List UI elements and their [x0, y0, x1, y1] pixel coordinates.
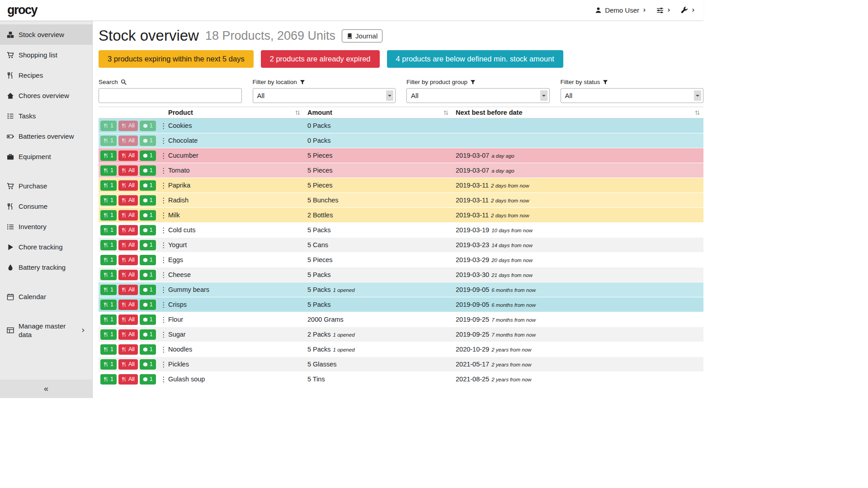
- grocy-logo[interactable]: grocy: [7, 3, 37, 17]
- sidebar-item-chores-overview[interactable]: Chores overview: [0, 85, 92, 106]
- search-input[interactable]: [99, 88, 242, 103]
- consume-all-button[interactable]: All: [118, 255, 138, 265]
- row-menu-button[interactable]: ⋮: [158, 136, 170, 145]
- row-menu-button[interactable]: ⋮: [158, 181, 170, 190]
- consume-all-button[interactable]: All: [118, 374, 138, 385]
- consume-all-button[interactable]: All: [118, 180, 138, 191]
- status-select[interactable]: All: [561, 88, 704, 103]
- consume-all-button[interactable]: All: [118, 136, 138, 146]
- row-menu-button[interactable]: ⋮: [158, 241, 170, 249]
- row-menu-button[interactable]: ⋮: [158, 151, 170, 160]
- consume-one-button[interactable]: 1: [100, 344, 117, 355]
- consume-all-button[interactable]: All: [118, 225, 138, 235]
- row-menu-button[interactable]: ⋮: [158, 256, 170, 264]
- consume-one-button[interactable]: 1: [100, 329, 117, 340]
- row-menu-button[interactable]: ⋮: [158, 196, 170, 205]
- sidebar-item-inventory[interactable]: Inventory: [0, 216, 92, 237]
- row-menu-button[interactable]: ⋮: [158, 271, 170, 279]
- consume-all-button[interactable]: All: [118, 121, 138, 131]
- consume-all-button[interactable]: All: [118, 270, 138, 280]
- consume-one-button[interactable]: 1: [100, 285, 117, 295]
- sidebar-item-tasks[interactable]: Tasks: [0, 106, 92, 126]
- sidebar-item-batteries-overview[interactable]: Batteries overview: [0, 126, 92, 146]
- sidebar-item-shopping-list[interactable]: Shopping list: [0, 45, 92, 65]
- location-select[interactable]: All: [253, 88, 396, 103]
- open-one-button[interactable]: 1: [140, 165, 156, 176]
- consume-one-button[interactable]: 1: [100, 195, 117, 206]
- consume-one-button[interactable]: 1: [100, 314, 117, 325]
- consume-all-button[interactable]: All: [118, 210, 138, 221]
- sidebar-item-equipment[interactable]: Equipment: [0, 146, 92, 167]
- sidebar-item-battery-tracking[interactable]: Battery tracking: [0, 257, 92, 277]
- row-menu-button[interactable]: ⋮: [158, 330, 170, 339]
- consume-all-button[interactable]: All: [118, 285, 138, 295]
- row-menu-button[interactable]: ⋮: [158, 211, 170, 220]
- admin-menu[interactable]: [681, 7, 695, 14]
- sidebar-item-calendar[interactable]: Calendar: [0, 286, 92, 307]
- row-menu-button[interactable]: ⋮: [158, 226, 170, 235]
- open-one-button[interactable]: 1: [140, 121, 156, 131]
- row-menu-button[interactable]: ⋮: [158, 300, 170, 309]
- expired-alert-button[interactable]: 2 products are already expired: [261, 50, 380, 68]
- open-one-button[interactable]: 1: [140, 329, 156, 340]
- row-menu-button[interactable]: ⋮: [158, 345, 170, 354]
- row-menu-button[interactable]: ⋮: [158, 166, 170, 175]
- open-one-button[interactable]: 1: [140, 300, 156, 310]
- row-menu-button[interactable]: ⋮: [158, 375, 170, 384]
- consume-all-button[interactable]: All: [118, 165, 138, 176]
- consume-all-button[interactable]: All: [118, 240, 138, 250]
- sidebar-item-consume[interactable]: Consume: [0, 196, 92, 216]
- user-menu[interactable]: Demo User: [595, 6, 646, 14]
- consume-all-button[interactable]: All: [118, 195, 138, 206]
- consume-all-button[interactable]: All: [118, 344, 138, 355]
- amount-column-header[interactable]: Amount: [304, 107, 452, 118]
- sidebar-item-chore-tracking[interactable]: Chore tracking: [0, 237, 92, 257]
- below-min-stock-alert-button[interactable]: 4 products are below defined min. stock …: [387, 50, 563, 68]
- open-one-button[interactable]: 1: [140, 314, 156, 325]
- consume-one-button[interactable]: 1: [100, 136, 117, 146]
- sidebar-collapse-button[interactable]: «: [0, 380, 92, 398]
- consume-one-button[interactable]: 1: [100, 255, 117, 265]
- consume-one-button[interactable]: 1: [100, 180, 117, 191]
- consume-one-button[interactable]: 1: [100, 165, 117, 176]
- open-one-button[interactable]: 1: [140, 374, 156, 385]
- consume-all-button[interactable]: All: [118, 359, 138, 370]
- consume-one-button[interactable]: 1: [100, 210, 117, 221]
- consume-one-button[interactable]: 1: [100, 374, 117, 385]
- row-menu-button[interactable]: ⋮: [158, 122, 170, 130]
- open-one-button[interactable]: 1: [140, 136, 156, 146]
- consume-one-button[interactable]: 1: [100, 359, 117, 370]
- consume-one-button[interactable]: 1: [100, 300, 117, 310]
- open-one-button[interactable]: 1: [140, 150, 156, 161]
- consume-one-button[interactable]: 1: [100, 121, 117, 131]
- row-menu-button[interactable]: ⋮: [158, 286, 170, 294]
- product-group-select[interactable]: All: [406, 88, 550, 103]
- open-one-button[interactable]: 1: [140, 285, 156, 295]
- open-one-button[interactable]: 1: [140, 270, 156, 280]
- open-one-button[interactable]: 1: [140, 180, 156, 191]
- open-one-button[interactable]: 1: [140, 210, 156, 221]
- sidebar-item-manage-master-data[interactable]: Manage master data: [0, 316, 92, 345]
- row-menu-button[interactable]: ⋮: [158, 360, 170, 369]
- sidebar-item-purchase[interactable]: Purchase: [0, 176, 92, 196]
- consume-one-button[interactable]: 1: [100, 225, 117, 235]
- open-one-button[interactable]: 1: [140, 344, 156, 355]
- consume-one-button[interactable]: 1: [100, 150, 117, 161]
- consume-one-button[interactable]: 1: [100, 240, 117, 250]
- sidebar-item-recipes[interactable]: Recipes: [0, 65, 92, 85]
- journal-button[interactable]: Journal: [342, 29, 382, 42]
- consume-all-button[interactable]: All: [118, 314, 138, 325]
- consume-all-button[interactable]: All: [118, 329, 138, 340]
- consume-all-button[interactable]: All: [118, 300, 138, 310]
- open-one-button[interactable]: 1: [140, 225, 156, 235]
- open-one-button[interactable]: 1: [140, 195, 156, 206]
- open-one-button[interactable]: 1: [140, 359, 156, 370]
- row-menu-button[interactable]: ⋮: [158, 315, 170, 324]
- expiring-alert-button[interactable]: 3 products expiring within the next 5 da…: [99, 50, 254, 68]
- open-one-button[interactable]: 1: [140, 240, 156, 250]
- open-one-button[interactable]: 1: [140, 255, 156, 265]
- consume-one-button[interactable]: 1: [100, 270, 117, 280]
- product-column-header[interactable]: Product: [165, 107, 304, 118]
- settings-menu[interactable]: [656, 7, 671, 14]
- sidebar-item-stock-overview[interactable]: Stock overview: [0, 24, 92, 45]
